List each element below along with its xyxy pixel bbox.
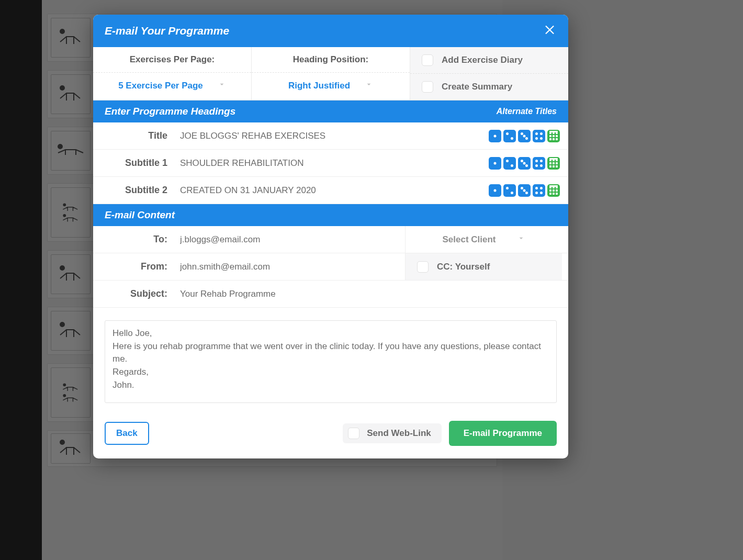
select-client-dropdown[interactable]: Select Client: [405, 226, 562, 253]
email-section-title: E-mail Content: [105, 209, 175, 221]
options-row: Exercises Per Page: 5 Exercise Per Page …: [93, 47, 568, 100]
subject-row: Subject:: [93, 281, 568, 308]
heading-position-value: Right Justified: [288, 81, 350, 91]
title-input[interactable]: [177, 125, 489, 148]
from-row: From: CC: Yourself: [93, 253, 568, 281]
die-2-icon[interactable]: [503, 184, 516, 197]
message-textarea[interactable]: [105, 320, 557, 403]
subtitle1-input[interactable]: [177, 152, 489, 175]
die-3-icon[interactable]: [518, 184, 531, 197]
subject-input[interactable]: [177, 283, 562, 306]
email-programme-modal: E-mail Your Programme Exercises Per Page…: [93, 15, 568, 458]
die-1-icon[interactable]: [489, 130, 501, 142]
cc-yourself-checkbox[interactable]: CC: Yourself: [405, 253, 562, 280]
to-label: To:: [93, 234, 177, 245]
die-2-icon[interactable]: [503, 157, 516, 170]
exercises-per-page-label: Exercises Per Page:: [93, 47, 251, 73]
create-summary-label: Create Summary: [442, 82, 512, 92]
chevron-down-icon: [365, 80, 373, 91]
email-section-header: E-mail Content: [93, 204, 568, 226]
die-4-icon[interactable]: [533, 184, 545, 197]
die-1-icon[interactable]: [489, 157, 501, 170]
die-4-icon[interactable]: [533, 157, 545, 170]
title-alt-icons: [489, 130, 562, 142]
alternate-titles-label: Alternate Titles: [497, 107, 557, 116]
create-summary-checkbox[interactable]: Create Summary: [410, 73, 568, 100]
checkbox-icon: [417, 261, 429, 273]
modal-title: E-mail Your Programme: [105, 25, 229, 37]
subtitle1-label: Subtitle 1: [93, 158, 177, 169]
heading-position-select[interactable]: Right Justified: [252, 73, 410, 98]
to-row: To: Select Client: [93, 226, 568, 253]
from-label: From:: [93, 261, 177, 272]
cc-label: CC: Yourself: [437, 262, 490, 272]
headings-section-title: Enter Programme Headings: [105, 106, 235, 117]
checkbox-icon: [348, 428, 359, 439]
subtitle2-label: Subtitle 2: [93, 185, 177, 196]
chevron-down-icon: [517, 234, 525, 245]
die-1-icon[interactable]: [489, 184, 501, 197]
checkbox-icon: [422, 81, 433, 93]
die-3-icon[interactable]: [518, 157, 531, 170]
exercises-per-page-value: 5 Exercise Per Page: [118, 81, 203, 91]
title-label: Title: [93, 130, 177, 141]
send-weblink-toggle[interactable]: Send Web-Link: [343, 423, 441, 443]
send-weblink-label: Send Web-Link: [367, 428, 431, 439]
checkbox-icon: [422, 54, 433, 66]
die-3-icon[interactable]: [518, 130, 531, 142]
modal-footer: Back Send Web-Link E-mail Programme: [93, 411, 568, 458]
select-client-label: Select Client: [442, 234, 496, 245]
back-button[interactable]: Back: [105, 422, 149, 445]
add-diary-label: Add Exercise Diary: [442, 55, 523, 65]
heading-position-label: Heading Position:: [252, 47, 410, 73]
title-row: Title: [93, 122, 568, 150]
close-icon[interactable]: [543, 23, 557, 39]
calendar-icon[interactable]: [547, 184, 560, 197]
chevron-down-icon: [218, 80, 226, 91]
to-input[interactable]: [177, 228, 405, 251]
exercises-per-page-select[interactable]: 5 Exercise Per Page: [93, 73, 251, 98]
subtitle1-row: Subtitle 1: [93, 150, 568, 177]
from-input[interactable]: [177, 255, 405, 278]
die-2-icon[interactable]: [503, 130, 516, 142]
subtitle2-input[interactable]: [177, 179, 489, 202]
calendar-icon[interactable]: [547, 130, 560, 142]
subtitle2-row: Subtitle 2: [93, 177, 568, 204]
headings-section-header: Enter Programme Headings Alternate Title…: [93, 100, 568, 122]
email-programme-button[interactable]: E-mail Programme: [449, 421, 557, 446]
die-4-icon[interactable]: [533, 130, 545, 142]
subject-label: Subject:: [93, 288, 177, 299]
calendar-icon[interactable]: [547, 157, 560, 170]
add-exercise-diary-checkbox[interactable]: Add Exercise Diary: [410, 47, 568, 73]
modal-header: E-mail Your Programme: [93, 15, 568, 47]
